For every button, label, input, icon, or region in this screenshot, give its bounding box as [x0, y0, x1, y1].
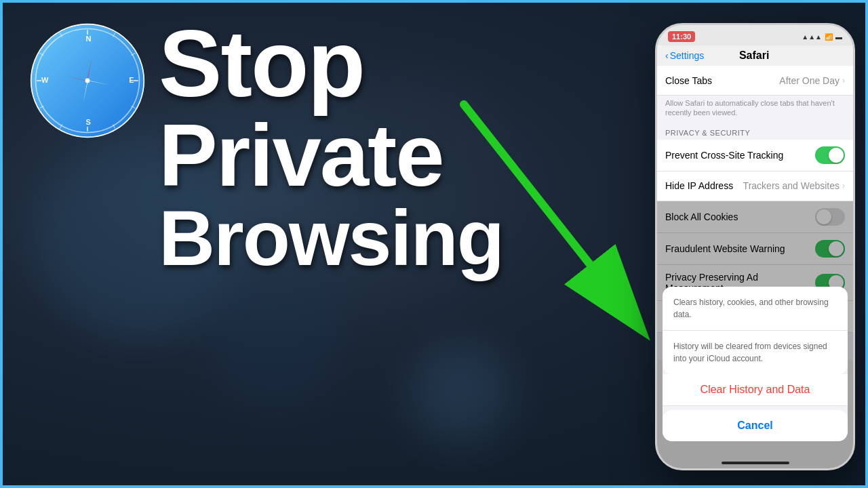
svg-point-18	[85, 79, 90, 83]
status-time: 11:30	[668, 31, 695, 42]
battery-icon: ▬	[835, 33, 842, 41]
bokeh-2	[206, 274, 342, 409]
svg-text:N: N	[85, 35, 91, 43]
chevron-right-icon2: ›	[842, 181, 845, 190]
wifi-icon: 📶	[825, 33, 833, 41]
close-tabs-label: Close Tabs	[665, 75, 779, 86]
close-tabs-subtext: Allow Safari to automatically close tabs…	[657, 96, 853, 123]
modal-sheet: Clears history, cookies, and other brows…	[663, 287, 848, 441]
hide-ip-row[interactable]: Hide IP Address Trackers and Websites ›	[657, 171, 853, 201]
nav-bar: ‹ Settings Safari	[657, 45, 853, 66]
close-tabs-row[interactable]: Close Tabs After One Day ›	[657, 66, 853, 96]
hide-ip-value: Trackers and Websites ›	[743, 180, 845, 191]
prevent-tracking-label: Prevent Cross-Site Tracking	[665, 150, 815, 161]
svg-text:W: W	[41, 76, 49, 84]
chevron-left-icon: ‹	[665, 50, 669, 61]
signal-icon: ▲▲▲	[802, 33, 822, 41]
settings-content: Close Tabs After One Day › Allow Safari …	[657, 66, 853, 468]
nav-title: Safari	[739, 49, 769, 62]
modal-body: Clears history, cookies, and other brows…	[663, 287, 848, 374]
prevent-tracking-row[interactable]: Prevent Cross-Site Tracking	[657, 140, 853, 171]
back-button[interactable]: ‹ Settings	[665, 50, 704, 61]
modal-text2: History will be cleared from devices sig…	[663, 331, 848, 374]
cancel-button[interactable]: Cancel	[663, 410, 848, 441]
iphone-frame: 11:30 ▲▲▲ 📶 ▬ ‹ Settings Safari Close Ta…	[655, 23, 855, 470]
clear-history-button[interactable]: Clear History and Data	[663, 374, 848, 406]
svg-text:E: E	[129, 76, 134, 84]
green-arrow	[443, 84, 681, 355]
svg-text:S: S	[85, 118, 90, 126]
privacy-section-header: Privacy & Security	[657, 123, 853, 140]
bokeh-4	[410, 342, 511, 443]
modal-text1: Clears history, cookies, and other brows…	[663, 287, 848, 331]
chevron-right-icon: ›	[842, 76, 845, 85]
modal-overlay: Clears history, cookies, and other brows…	[657, 201, 853, 468]
close-tabs-value: After One Day ›	[779, 75, 845, 86]
back-label: Settings	[670, 50, 705, 61]
status-bar: 11:30 ▲▲▲ 📶 ▬	[657, 25, 853, 45]
svg-line-24	[464, 104, 640, 328]
hide-ip-label: Hide IP Address	[665, 180, 743, 191]
status-icons: ▲▲▲ 📶 ▬	[802, 33, 842, 41]
prevent-tracking-toggle[interactable]	[815, 146, 845, 164]
safari-logo: N S E W	[30, 23, 145, 138]
